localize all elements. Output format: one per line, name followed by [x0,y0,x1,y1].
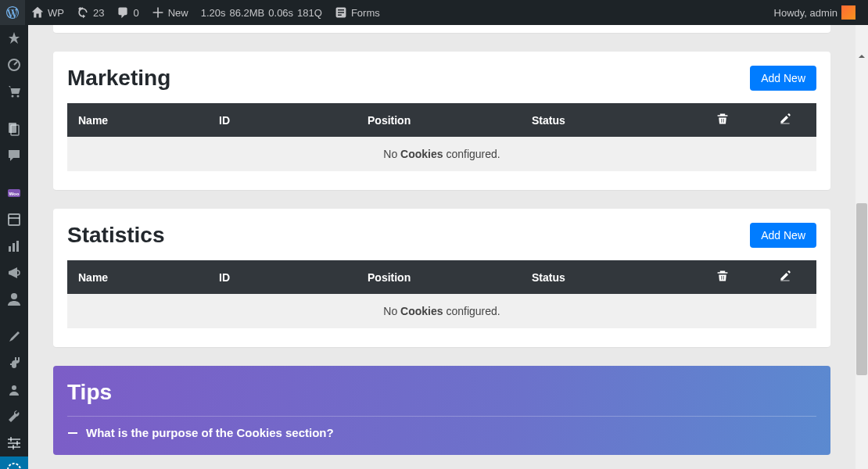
panel-header: Marketing Add New [67,66,816,91]
svg-point-20 [8,464,20,469]
col-name: Name [67,260,208,294]
sidebar-profile[interactable] [0,377,28,403]
col-edit [754,103,816,137]
refresh-icon [77,6,89,19]
edit-icon [779,270,791,282]
sidebar-plugins[interactable] [0,350,28,377]
tips-divider [67,416,816,417]
col-status: Status [521,103,691,137]
sidebar-pin[interactable] [0,25,28,52]
wordpress-icon [6,6,19,19]
add-new-button[interactable]: Add New [750,66,816,91]
sidebar-current[interactable] [0,456,28,469]
sidebar-tools[interactable] [0,403,28,430]
trash-icon [716,270,729,282]
trash-icon [716,113,729,125]
svg-rect-23 [68,432,77,434]
admin-sidebar: Woo [0,25,28,469]
site-link[interactable]: WP [25,0,70,25]
new-link[interactable]: New [145,0,195,25]
col-position: Position [357,103,521,137]
sidebar-comments[interactable] [0,142,28,169]
forms-link[interactable]: Forms [328,0,386,25]
account-link[interactable]: Howdy, admin [768,0,862,25]
sidebar-woo[interactable]: Woo [0,180,28,206]
sidebar-settings[interactable] [0,430,28,456]
tips-accordion-item[interactable]: What is the purpose of the Cookies secti… [67,426,816,446]
avatar [841,5,855,20]
table-row-empty: No Cookies configured. [67,294,816,328]
col-position: Position [357,260,521,294]
adminbar-right: Howdy, admin [768,0,868,25]
scrollbar-thumb[interactable] [856,203,867,375]
statistics-table: Name ID Position Status No Cookies confi… [67,260,816,328]
svg-rect-17 [10,437,12,442]
table-head: Name ID Position Status [67,103,816,137]
minus-icon [67,428,78,439]
empty-post: configured. [443,148,500,160]
tips-panel: Tips What is the purpose of the Cookies … [53,366,830,455]
col-status: Status [521,260,691,294]
col-name: Name [67,103,208,137]
scrollbar-up-icon[interactable] [855,50,868,63]
svg-rect-19 [13,445,14,449]
forms-label: Forms [351,7,380,19]
adminbar-left: WP 23 0 New 1.20s 86.2MB 0.06s 181Q Form… [0,0,386,25]
updates-link[interactable]: 23 [70,0,110,25]
col-edit [754,260,816,294]
main-area: Marketing Add New Name ID Position Statu… [28,25,855,469]
comment-icon [117,6,129,19]
svg-rect-10 [13,243,15,252]
metric-time2: 0.06s [268,7,293,19]
empty-post: configured. [443,305,500,317]
sidebar-appearance[interactable] [0,324,28,350]
updates-count: 23 [93,7,104,19]
home-icon [31,6,44,19]
sidebar-analytics[interactable] [0,233,28,260]
panel-title: Marketing [67,66,170,91]
svg-rect-15 [8,442,20,444]
sidebar-dashboard[interactable] [0,52,28,78]
comments-count: 0 [133,7,138,19]
perf-metrics[interactable]: 1.20s 86.2MB 0.06s 181Q [195,0,328,25]
svg-rect-7 [9,214,20,225]
sidebar-marketing[interactable] [0,260,28,286]
plus-icon [152,6,164,19]
marketing-panel: Marketing Add New Name ID Position Statu… [53,52,830,190]
sidebar-users[interactable] [0,286,28,313]
wordpress-logo[interactable] [0,0,25,25]
sidebar-templates[interactable] [0,206,28,233]
table-head: Name ID Position Status [67,260,816,294]
empty-pre: No [383,148,400,160]
sidebar-pages[interactable] [0,116,28,142]
add-new-button[interactable]: Add New [750,223,816,248]
statistics-panel: Statistics Add New Name ID Position Stat… [53,209,830,347]
panel-header: Statistics Add New [67,223,816,248]
edit-icon [779,113,791,125]
prev-panel-edge [53,25,830,33]
svg-rect-18 [16,441,18,446]
content: Marketing Add New Name ID Position Statu… [28,25,855,455]
svg-rect-3 [9,123,16,133]
new-label: New [168,7,188,19]
col-id: ID [208,260,357,294]
svg-rect-9 [9,246,11,252]
svg-rect-14 [8,439,20,440]
svg-rect-11 [16,241,19,252]
sidebar-cart[interactable] [0,78,28,105]
svg-rect-22 [780,281,789,281]
svg-point-1 [12,95,14,98]
svg-rect-21 [780,124,789,124]
svg-point-2 [17,95,20,98]
empty-bold: Cookies [400,148,443,160]
comments-link[interactable]: 0 [110,0,145,25]
svg-point-13 [12,385,16,390]
panel-title: Statistics [67,223,165,248]
empty-pre: No [383,305,400,317]
metric-mem: 86.2MB [229,7,264,19]
tips-title: Tips [67,380,816,405]
empty-bold: Cookies [400,305,443,317]
empty-message: No Cookies configured. [67,294,816,328]
metric-queries: 181Q [297,7,322,19]
adminbar: WP 23 0 New 1.20s 86.2MB 0.06s 181Q Form… [0,0,868,25]
